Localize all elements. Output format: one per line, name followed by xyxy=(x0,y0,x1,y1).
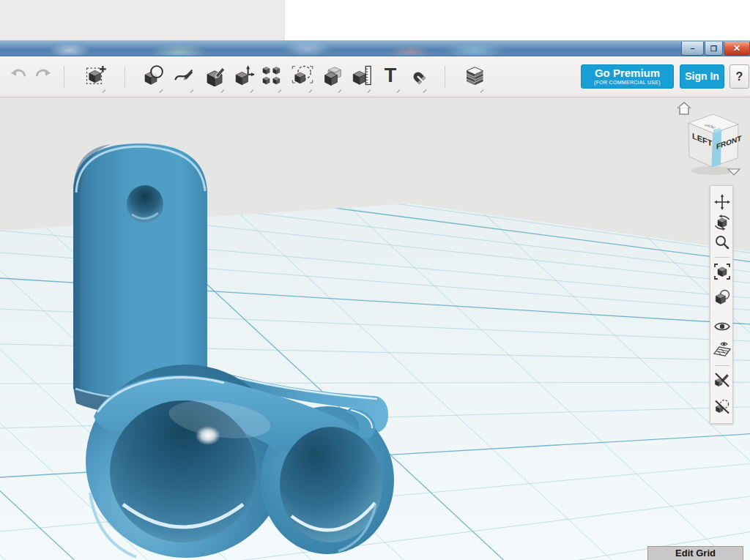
combine-icon xyxy=(319,64,344,86)
view-cube[interactable]: TOP LEFT FRONT xyxy=(688,114,742,167)
grid-visibility-tool[interactable] xyxy=(713,340,731,357)
nav-separator xyxy=(715,365,729,366)
text-tool[interactable]: T xyxy=(378,63,403,92)
cube-shadow xyxy=(691,166,735,175)
layers-stack-icon xyxy=(461,64,486,86)
pattern-tool[interactable] xyxy=(259,63,284,92)
grid-eye-icon xyxy=(713,340,731,357)
redo-icon xyxy=(31,64,56,83)
window-titlebar[interactable] xyxy=(0,40,750,56)
layers-tool[interactable] xyxy=(461,63,486,92)
group-select-icon xyxy=(290,64,315,86)
model-3d[interactable] xyxy=(0,97,750,560)
transform-icon xyxy=(231,64,256,86)
spline-pencil-icon xyxy=(171,64,196,86)
visibility-tool[interactable] xyxy=(713,318,731,335)
orbit-tool[interactable] xyxy=(713,214,731,231)
pan-icon xyxy=(713,193,731,211)
go-premium-sublabel: (FOR COMMERCIAL USE) xyxy=(582,79,673,86)
zoom-icon xyxy=(713,234,731,251)
transform-tool[interactable] xyxy=(231,63,256,92)
nav-separator xyxy=(715,257,729,258)
edit-grid-button[interactable]: Edit Grid xyxy=(647,546,743,560)
hide-construction-tool[interactable] xyxy=(713,398,731,416)
sketch-tool[interactable] xyxy=(141,63,166,92)
close-button[interactable]: ✕ xyxy=(724,42,750,56)
orbit-icon xyxy=(713,214,731,231)
measure-icon xyxy=(349,64,374,86)
fit-view-tool[interactable] xyxy=(713,263,731,280)
view-cube-widget[interactable]: TOP LEFT FRONT xyxy=(675,100,749,180)
go-premium-button[interactable]: Go Premium (FOR COMMERCIAL USE) xyxy=(581,64,674,89)
toolbar-separator xyxy=(125,66,125,88)
undo-button[interactable] xyxy=(6,63,31,92)
navigation-toolbar xyxy=(710,185,733,424)
hide-construction-icon xyxy=(713,398,731,416)
magnet-icon xyxy=(404,64,429,86)
redo-button[interactable] xyxy=(31,63,56,92)
go-premium-label: Go Premium xyxy=(582,67,673,79)
construct-icon xyxy=(202,64,227,86)
window-controls: – ❐ ✕ xyxy=(681,42,750,56)
hide-sketches-icon xyxy=(713,371,731,389)
sketch-icon xyxy=(141,64,166,86)
primitives-tool[interactable] xyxy=(83,63,108,92)
viewport-3d[interactable]: Edit Grid xyxy=(0,97,750,560)
construct-tool[interactable] xyxy=(202,63,227,92)
maximize-button[interactable]: ❐ xyxy=(705,42,723,56)
group-select-tool[interactable] xyxy=(290,63,315,92)
text-tool-icon: T xyxy=(378,63,403,88)
toolbar-separator xyxy=(445,66,445,88)
material-icon xyxy=(713,288,731,306)
material-tool[interactable] xyxy=(713,288,731,306)
primitives-icon xyxy=(83,64,108,86)
sign-in-button[interactable]: Sign In xyxy=(680,64,724,89)
measure-tool[interactable] xyxy=(349,63,374,92)
snap-tool[interactable] xyxy=(404,63,429,92)
minimize-button[interactable]: – xyxy=(681,42,704,56)
zoom-tool[interactable] xyxy=(713,234,731,251)
desktop-background-left xyxy=(0,0,285,41)
pan-tool[interactable] xyxy=(713,193,731,211)
fit-icon xyxy=(713,263,731,280)
eye-icon xyxy=(713,318,731,335)
home-icon[interactable] xyxy=(677,102,691,114)
help-button[interactable]: ? xyxy=(729,64,749,89)
desktop-background-right xyxy=(285,0,750,40)
spline-sketch-tool[interactable] xyxy=(171,63,196,92)
hide-sketches-tool[interactable] xyxy=(713,371,731,389)
combine-tool[interactable] xyxy=(319,63,344,92)
undo-icon xyxy=(6,64,31,83)
pattern-icon xyxy=(259,64,284,86)
toolbar-separator xyxy=(64,66,64,88)
